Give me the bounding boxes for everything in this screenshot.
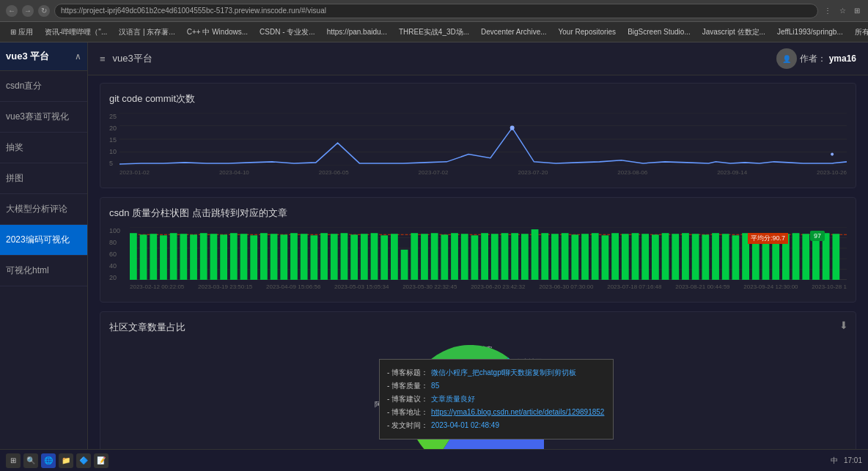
sidebar-toggle[interactable]: ∧ xyxy=(75,51,81,62)
peak-indicator: 97 xyxy=(810,231,825,241)
svg-rect-26 xyxy=(250,235,257,280)
bookmark-4[interactable]: CSDN - 专业发... xyxy=(255,26,320,39)
svg-rect-14 xyxy=(130,233,137,280)
svg-rect-60 xyxy=(592,233,599,280)
bookmarks-bar: ⊞ 应用 资讯-哔哩哔哩（"... 汉语言 | 东存薯... C++ 中 Win… xyxy=(0,22,868,42)
svg-rect-36 xyxy=(350,234,358,280)
svg-rect-66 xyxy=(652,234,659,280)
nav-forward-button[interactable]: → xyxy=(22,5,34,17)
bookmark-6[interactable]: THREE实战4_3D场... xyxy=(394,26,474,39)
sidebar-item-ai[interactable]: 大模型分析评论 xyxy=(0,194,87,225)
menu-lines-icon: ≡ xyxy=(100,53,106,64)
svg-rect-27 xyxy=(260,233,268,280)
svg-rect-28 xyxy=(271,234,278,280)
bookmark-1[interactable]: 资讯-哔哩哔哩（"... xyxy=(40,26,111,39)
svg-point-5 xyxy=(510,125,515,130)
app-container: vue3 平台 ∧ csdn直分 vue3赛道可视化 抽奖 拼图 大模型分析评论… xyxy=(0,42,868,471)
bookmark-8[interactable]: Your Repositories xyxy=(554,26,621,37)
svg-rect-54 xyxy=(532,229,539,280)
bookmark-7[interactable]: Devcenter Archive... xyxy=(477,26,551,37)
page-header-title: ≡ vue3平台 xyxy=(100,52,152,65)
taskbar-app-2[interactable]: 📁 xyxy=(59,453,73,468)
sidebar-item-html[interactable]: 可视化html xyxy=(0,256,87,286)
svg-point-6 xyxy=(831,153,834,156)
svg-rect-51 xyxy=(501,233,509,280)
nav-back-button[interactable]: ← xyxy=(6,5,18,17)
svg-rect-49 xyxy=(481,233,488,280)
svg-rect-25 xyxy=(240,234,248,280)
svg-rect-46 xyxy=(451,233,458,280)
url-bar[interactable]: https://project-iprj649dc061b2ce4d610045… xyxy=(54,4,818,18)
bookmark-5[interactable]: https://pan.baidu... xyxy=(323,26,391,37)
git-y-axis: 25 20 15 10 5 xyxy=(109,113,119,179)
tooltip-popup: - 博客标题： 微信小程序_把chatgpt聊天数据复制到剪切板 - 博客质量：… xyxy=(379,359,614,440)
svg-rect-43 xyxy=(421,234,428,280)
download-icon[interactable]: ⬇ xyxy=(839,319,848,331)
svg-rect-50 xyxy=(491,234,499,280)
taskbar-left: ⊞ 🔍 🌐 📁 🔷 📝 xyxy=(6,453,108,468)
svg-rect-38 xyxy=(371,233,378,280)
extensions-icon[interactable]: ⋮ xyxy=(823,6,833,16)
taskbar: ⊞ 🔍 🌐 📁 🔷 📝 中 17:01 xyxy=(0,449,868,471)
svg-rect-15 xyxy=(140,234,147,280)
tooltip-time-row: - 发文时间： 2023-04-01 02:48:49 xyxy=(387,420,606,431)
bookmark-icon[interactable]: ☆ xyxy=(837,6,847,16)
svg-rect-41 xyxy=(401,250,408,280)
svg-rect-34 xyxy=(331,234,338,280)
svg-rect-37 xyxy=(361,234,368,280)
sidebar-item-2023[interactable]: 2023编码可视化 xyxy=(0,225,87,256)
sidebar-item-puzzle[interactable]: 拼图 xyxy=(0,163,87,194)
all-bookmarks[interactable]: 所有书签 xyxy=(850,26,868,39)
svg-rect-42 xyxy=(411,233,418,280)
svg-rect-56 xyxy=(551,234,559,280)
bookmark-3[interactable]: C++ 中 Windows... xyxy=(183,26,252,39)
svg-rect-20 xyxy=(190,234,197,280)
csdn-bar-area: 平均分:90.7 97 xyxy=(130,227,847,293)
taskbar-right: 中 17:01 xyxy=(831,456,862,466)
taskbar-app-3[interactable]: 🔷 xyxy=(76,453,91,468)
svg-rect-64 xyxy=(632,233,639,280)
svg-rect-68 xyxy=(672,234,679,280)
taskbar-time: 17:01 xyxy=(844,456,862,464)
start-button[interactable]: ⊞ xyxy=(6,453,21,468)
sidebar-item-vue3[interactable]: vue3赛道可视化 xyxy=(0,102,87,133)
bookmark-9[interactable]: BigScreen Studio... xyxy=(623,26,695,37)
community-chart-title: 社区文章数量占比 xyxy=(109,321,847,334)
svg-rect-47 xyxy=(461,234,468,280)
search-taskbar[interactable]: 🔍 xyxy=(23,453,38,468)
menu-icon[interactable]: ⊞ xyxy=(852,6,862,16)
avatar: 👤 xyxy=(776,48,797,69)
browser-icons-group: ⋮ ☆ ⊞ xyxy=(823,6,862,16)
svg-rect-73 xyxy=(722,234,729,280)
svg-rect-31 xyxy=(301,234,308,280)
bookmark-2[interactable]: 汉语言 | 东存薯... xyxy=(114,26,180,39)
svg-rect-23 xyxy=(220,234,227,280)
sidebar-item-csdn[interactable]: csdn直分 xyxy=(0,71,87,102)
taskbar-app-4[interactable]: 📝 xyxy=(94,453,108,468)
bookmark-11[interactable]: JeffLi1993/springb... xyxy=(773,26,847,37)
svg-rect-62 xyxy=(611,233,619,280)
svg-rect-69 xyxy=(682,233,689,280)
svg-rect-82 xyxy=(812,235,820,280)
git-line-svg xyxy=(119,113,847,166)
csdn-chart-title: csdn 质量分柱状图 点击跳转到对应的文章 xyxy=(109,207,847,220)
git-chart-title: git code commit次数 xyxy=(109,92,847,105)
svg-rect-17 xyxy=(160,235,167,280)
browser-toolbar: ← → ↻ https://project-iprj649dc061b2ce4d… xyxy=(0,0,868,22)
svg-rect-22 xyxy=(210,234,218,280)
svg-rect-84 xyxy=(832,234,839,280)
bookmark-apps[interactable]: ⊞ 应用 xyxy=(6,26,37,39)
svg-rect-30 xyxy=(290,233,298,280)
svg-rect-18 xyxy=(170,233,177,280)
bookmark-10[interactable]: Javascript 佐数定... xyxy=(698,26,770,39)
csdn-y-axis: 100 80 60 40 20 xyxy=(109,227,130,293)
svg-rect-72 xyxy=(712,233,719,280)
svg-rect-29 xyxy=(280,234,287,280)
svg-rect-35 xyxy=(341,233,348,280)
taskbar-app-1[interactable]: 🌐 xyxy=(41,453,56,468)
nav-refresh-button[interactable]: ↻ xyxy=(38,5,50,17)
sidebar-item-lottery[interactable]: 抽奖 xyxy=(0,133,87,163)
svg-rect-61 xyxy=(602,235,609,280)
tooltip-url-row: - 博客地址： https://yma16.blog.csdn.net/arti… xyxy=(387,407,606,418)
charts-area: git code commit次数 25 20 15 10 5 xyxy=(88,75,868,471)
